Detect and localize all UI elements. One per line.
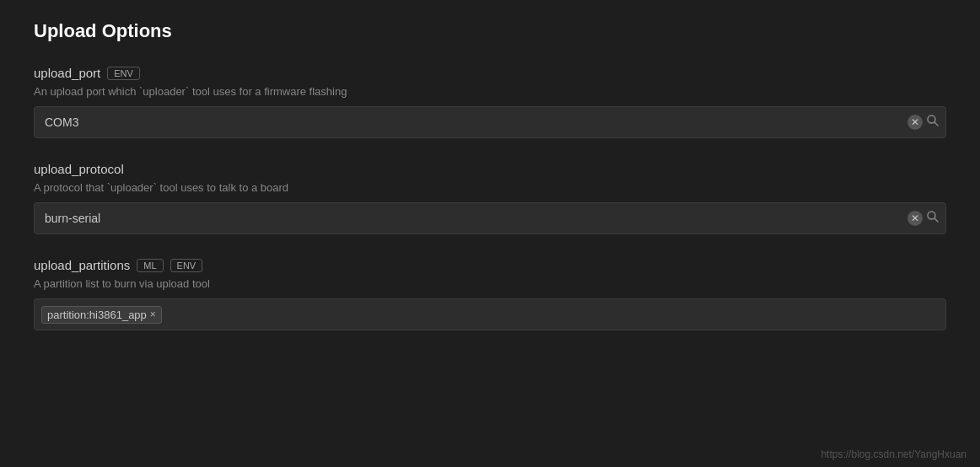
badge-upload_partitions-ml: ML (137, 259, 163, 272)
input-icons-upload_protocol: ✕ (907, 210, 940, 227)
tag-upload_partitions-0: partition:hi3861_app× (41, 306, 162, 324)
option-name-upload_partitions: upload_partitions (34, 258, 130, 272)
clear-icon-upload_protocol[interactable]: ✕ (907, 211, 923, 226)
option-section-upload_partitions: upload_partitionsMLENVA partition list t… (34, 258, 946, 330)
option-header-upload_partitions: upload_partitionsMLENV (34, 258, 946, 272)
svg-line-1 (934, 122, 938, 126)
option-name-upload_protocol: upload_protocol (34, 162, 124, 176)
option-section-upload_port: upload_portENVAn upload port which `uplo… (34, 66, 946, 138)
options-container: upload_portENVAn upload port which `uplo… (34, 66, 946, 330)
option-description-upload_port: An upload port which `uploader` tool use… (34, 85, 946, 98)
search-icon-upload_port[interactable] (926, 114, 940, 131)
option-name-upload_port: upload_port (34, 66, 100, 80)
search-icon-upload_protocol[interactable] (926, 210, 940, 227)
main-container: Upload Options upload_portENVAn upload p… (0, 0, 980, 374)
svg-line-3 (934, 218, 938, 222)
tag-remove-upload_partitions-0[interactable]: × (150, 309, 156, 319)
input-icons-upload_port: ✕ (907, 114, 940, 131)
tag-text-upload_partitions-0: partition:hi3861_app (47, 309, 147, 321)
input-wrapper-upload_port: ✕ (34, 106, 946, 138)
tags-input-wrapper-upload_partitions[interactable]: partition:hi3861_app× (34, 298, 946, 330)
badge-upload_partitions-env: ENV (170, 259, 203, 272)
input-wrapper-upload_protocol: ✕ (34, 202, 946, 234)
option-section-upload_protocol: upload_protocolA protocol that `uploader… (34, 162, 946, 234)
badge-upload_port-env: ENV (107, 67, 140, 80)
option-description-upload_partitions: A partition list to burn via upload tool (34, 277, 946, 290)
option-header-upload_protocol: upload_protocol (34, 162, 946, 176)
clear-icon-upload_port[interactable]: ✕ (907, 115, 923, 130)
footer-link: https://blog.csdn.net/YangHxuan (821, 448, 967, 460)
option-description-upload_protocol: A protocol that `uploader` tool uses to … (34, 181, 946, 194)
option-header-upload_port: upload_portENV (34, 66, 946, 80)
text-input-upload_protocol[interactable] (34, 202, 946, 234)
page-title: Upload Options (34, 20, 946, 42)
text-input-upload_port[interactable] (34, 106, 946, 138)
